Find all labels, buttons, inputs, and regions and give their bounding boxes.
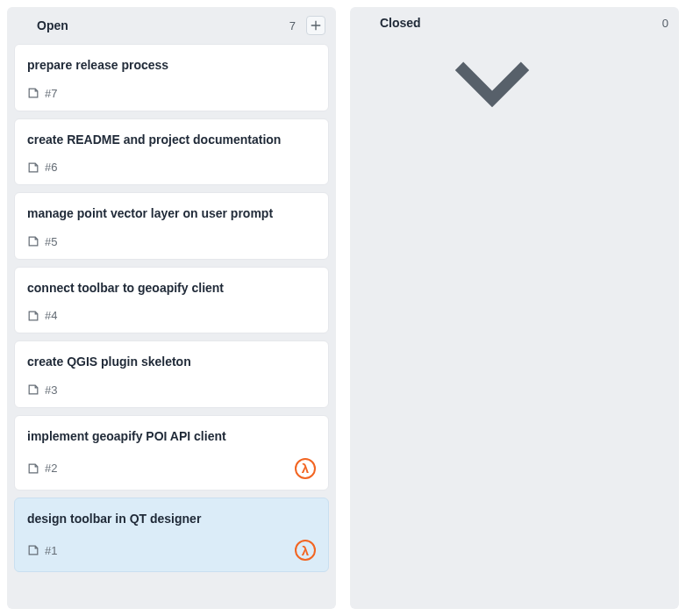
card-title: connect toolbar to geoapify client [27,280,316,297]
card-meta: #2 [27,462,57,475]
card-icon [27,383,39,396]
issue-card[interactable]: prepare release process#7 [14,44,329,111]
card-ref: #7 [45,87,57,100]
card-title: create README and project documentation [27,132,316,149]
column-cards: prepare release process#7create README a… [7,44,336,579]
card-icon [274,19,286,32]
card-icon [647,17,659,29]
card-title: prepare release process [27,57,316,75]
column-count: 0 [647,17,668,30]
issue-card[interactable]: design toolbar in QT designer#1λ [14,498,329,573]
card-meta: #4 [27,309,57,322]
add-card-button[interactable] [306,16,325,35]
card-icon [27,310,39,322]
card-footer: #5 [27,235,316,248]
column-title: Closed [380,16,640,30]
lambda-badge-icon: λ [295,540,316,561]
chevron-down-icon [18,19,30,32]
column-title: Open [37,18,267,32]
lambda-badge-icon: λ [295,458,316,479]
card-footer: #2λ [27,458,316,479]
card-footer: #1λ [27,540,316,561]
card-icon [27,544,39,556]
issue-card[interactable]: manage point vector layer on user prompt… [14,192,329,260]
card-title: create QGIS plugin skeleton [27,354,316,371]
card-meta: #6 [27,161,57,174]
card-ref: #3 [45,383,57,397]
column-count-number: 0 [662,17,668,30]
card-title: manage point vector layer on user prompt [27,205,316,223]
column-count: 7 [274,19,296,32]
column-count-number: 7 [289,19,296,32]
card-ref: #2 [45,462,57,475]
issue-card[interactable]: connect toolbar to geoapify client#4 [14,267,329,334]
card-icon [27,462,39,475]
card-ref: #1 [45,544,57,557]
project-board: Open7prepare release process#7create REA… [0,0,686,616]
card-ref: #5 [45,235,57,248]
card-meta: #3 [27,383,57,397]
card-footer: #7 [27,87,316,100]
card-title: design toolbar in QT designer [27,511,316,528]
issue-card[interactable]: implement geoapify POI API client#2λ [14,415,329,491]
card-meta: #5 [27,235,57,248]
card-meta: #7 [27,87,57,100]
issue-card[interactable]: create README and project documentation#… [14,118,329,186]
card-footer: #6 [27,161,316,174]
card-meta: #1 [27,544,57,557]
card-icon [27,235,39,247]
card-icon [27,161,39,174]
issue-card[interactable]: create QGIS plugin skeleton#3 [14,340,329,408]
card-footer: #3 [27,383,316,397]
card-ref: #6 [45,161,57,174]
column-header[interactable]: Closed0 [350,7,679,39]
chevron-down-icon [361,17,373,29]
board-column: Open7prepare release process#7create REA… [7,7,336,609]
column-cards [350,39,679,46]
card-ref: #4 [45,309,57,322]
card-icon [27,87,39,99]
card-footer: #4 [27,309,316,322]
column-header[interactable]: Open7 [7,7,336,44]
card-title: implement geoapify POI API client [27,428,316,446]
board-column: Closed0 [350,7,679,609]
